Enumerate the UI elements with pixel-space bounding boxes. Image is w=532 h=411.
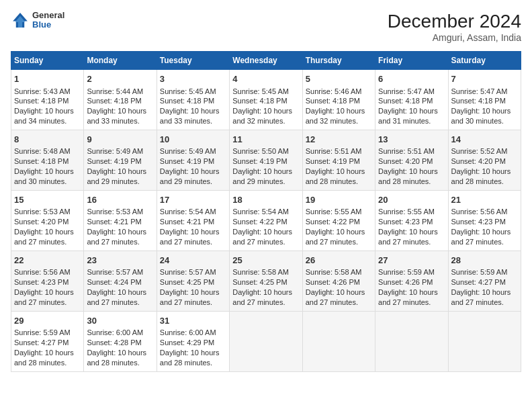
- day-number: 5: [306, 73, 372, 85]
- day-number: 3: [160, 73, 226, 85]
- header-monday: Monday: [84, 52, 157, 70]
- logo: General Blue: [11, 11, 64, 30]
- header-row: SundayMondayTuesdayWednesdayThursdayFrid…: [11, 52, 521, 70]
- calendar-cell: [375, 311, 448, 371]
- subtitle: Amguri, Assam, India: [388, 32, 521, 43]
- header-sunday: Sunday: [11, 52, 84, 70]
- day-number: 17: [160, 194, 226, 206]
- day-number: 12: [306, 134, 372, 146]
- day-number: 29: [14, 315, 81, 327]
- calendar-cell: [448, 311, 521, 371]
- day-number: 31: [160, 315, 226, 327]
- day-number: 19: [306, 194, 372, 206]
- calendar-cell: 11Sunrise: 5:50 AMSunset: 4:19 PMDayligh…: [230, 130, 302, 190]
- day-number: 26: [306, 255, 372, 267]
- calendar-cell: 29Sunrise: 5:59 AMSunset: 4:27 PMDayligh…: [11, 311, 84, 371]
- calendar-cell: 22Sunrise: 5:56 AMSunset: 4:23 PMDayligh…: [11, 250, 84, 311]
- week-row-5: 29Sunrise: 5:59 AMSunset: 4:27 PMDayligh…: [11, 311, 521, 371]
- header-wednesday: Wednesday: [230, 52, 302, 70]
- day-number: 23: [87, 255, 153, 267]
- main-title: December 2024: [388, 11, 521, 32]
- day-number: 30: [87, 315, 153, 327]
- week-row-2: 8Sunrise: 5:48 AMSunset: 4:18 PMDaylight…: [11, 130, 521, 190]
- calendar-cell: [230, 311, 302, 371]
- calendar-cell: 5Sunrise: 5:46 AMSunset: 4:18 PMDaylight…: [302, 70, 375, 130]
- week-row-1: 1Sunrise: 5:43 AMSunset: 4:18 PMDaylight…: [11, 70, 521, 130]
- calendar-cell: 21Sunrise: 5:56 AMSunset: 4:23 PMDayligh…: [448, 190, 521, 250]
- header-thursday: Thursday: [302, 52, 375, 70]
- header-tuesday: Tuesday: [157, 52, 229, 70]
- logo-text: General Blue: [32, 11, 64, 30]
- day-number: 27: [378, 255, 445, 267]
- calendar-cell: 27Sunrise: 5:59 AMSunset: 4:26 PMDayligh…: [375, 250, 448, 311]
- day-number: 11: [232, 134, 299, 146]
- day-number: 25: [232, 255, 299, 267]
- day-number: 2: [87, 73, 153, 85]
- calendar-table: SundayMondayTuesdayWednesdayThursdayFrid…: [11, 51, 521, 372]
- calendar-cell: 10Sunrise: 5:49 AMSunset: 4:19 PMDayligh…: [157, 130, 229, 190]
- day-number: 13: [378, 134, 445, 146]
- calendar-cell: 15Sunrise: 5:53 AMSunset: 4:20 PMDayligh…: [11, 190, 84, 250]
- calendar-cell: 6Sunrise: 5:47 AMSunset: 4:18 PMDaylight…: [375, 70, 448, 130]
- calendar-cell: 18Sunrise: 5:54 AMSunset: 4:22 PMDayligh…: [230, 190, 302, 250]
- calendar-cell: 1Sunrise: 5:43 AMSunset: 4:18 PMDaylight…: [11, 70, 84, 130]
- calendar-cell: 2Sunrise: 5:44 AMSunset: 4:18 PMDaylight…: [84, 70, 157, 130]
- calendar-cell: 16Sunrise: 5:53 AMSunset: 4:21 PMDayligh…: [84, 190, 157, 250]
- calendar-cell: 4Sunrise: 5:45 AMSunset: 4:18 PMDaylight…: [230, 70, 302, 130]
- day-number: 4: [232, 73, 299, 85]
- day-number: 16: [87, 194, 153, 206]
- day-number: 15: [14, 194, 81, 206]
- calendar-cell: [302, 311, 375, 371]
- header-saturday: Saturday: [448, 52, 521, 70]
- calendar-cell: 17Sunrise: 5:54 AMSunset: 4:21 PMDayligh…: [157, 190, 229, 250]
- calendar-cell: 28Sunrise: 5:59 AMSunset: 4:27 PMDayligh…: [448, 250, 521, 311]
- day-number: 7: [451, 73, 518, 85]
- day-number: 10: [160, 134, 226, 146]
- day-number: 28: [451, 255, 518, 267]
- day-number: 6: [378, 73, 445, 85]
- day-number: 14: [451, 134, 518, 146]
- page-header: General Blue December 2024 Amguri, Assam…: [11, 11, 521, 43]
- calendar-cell: 7Sunrise: 5:47 AMSunset: 4:18 PMDaylight…: [448, 70, 521, 130]
- calendar-cell: 25Sunrise: 5:58 AMSunset: 4:25 PMDayligh…: [230, 250, 302, 311]
- calendar-cell: 24Sunrise: 5:57 AMSunset: 4:25 PMDayligh…: [157, 250, 229, 311]
- day-number: 21: [451, 194, 518, 206]
- logo-icon: [11, 11, 30, 30]
- calendar-cell: 9Sunrise: 5:49 AMSunset: 4:19 PMDaylight…: [84, 130, 157, 190]
- calendar-cell: 14Sunrise: 5:52 AMSunset: 4:20 PMDayligh…: [448, 130, 521, 190]
- day-number: 22: [14, 255, 81, 267]
- header-friday: Friday: [375, 52, 448, 70]
- logo-general: General: [32, 11, 64, 20]
- day-number: 1: [14, 73, 81, 85]
- calendar-cell: 12Sunrise: 5:51 AMSunset: 4:19 PMDayligh…: [302, 130, 375, 190]
- day-number: 8: [14, 134, 81, 146]
- calendar-cell: 3Sunrise: 5:45 AMSunset: 4:18 PMDaylight…: [157, 70, 229, 130]
- day-number: 18: [232, 194, 299, 206]
- calendar-cell: 8Sunrise: 5:48 AMSunset: 4:18 PMDaylight…: [11, 130, 84, 190]
- title-block: December 2024 Amguri, Assam, India: [388, 11, 521, 43]
- calendar-cell: 23Sunrise: 5:57 AMSunset: 4:24 PMDayligh…: [84, 250, 157, 311]
- day-number: 9: [87, 134, 153, 146]
- day-number: 20: [378, 194, 445, 206]
- week-row-3: 15Sunrise: 5:53 AMSunset: 4:20 PMDayligh…: [11, 190, 521, 250]
- calendar-cell: 31Sunrise: 6:00 AMSunset: 4:29 PMDayligh…: [157, 311, 229, 371]
- calendar-cell: 13Sunrise: 5:51 AMSunset: 4:20 PMDayligh…: [375, 130, 448, 190]
- calendar-cell: 26Sunrise: 5:58 AMSunset: 4:26 PMDayligh…: [302, 250, 375, 311]
- week-row-4: 22Sunrise: 5:56 AMSunset: 4:23 PMDayligh…: [11, 250, 521, 311]
- day-number: 24: [160, 255, 226, 267]
- logo-blue: Blue: [32, 20, 64, 30]
- calendar-cell: 20Sunrise: 5:55 AMSunset: 4:23 PMDayligh…: [375, 190, 448, 250]
- calendar-cell: 19Sunrise: 5:55 AMSunset: 4:22 PMDayligh…: [302, 190, 375, 250]
- calendar-cell: 30Sunrise: 6:00 AMSunset: 4:28 PMDayligh…: [84, 311, 157, 371]
